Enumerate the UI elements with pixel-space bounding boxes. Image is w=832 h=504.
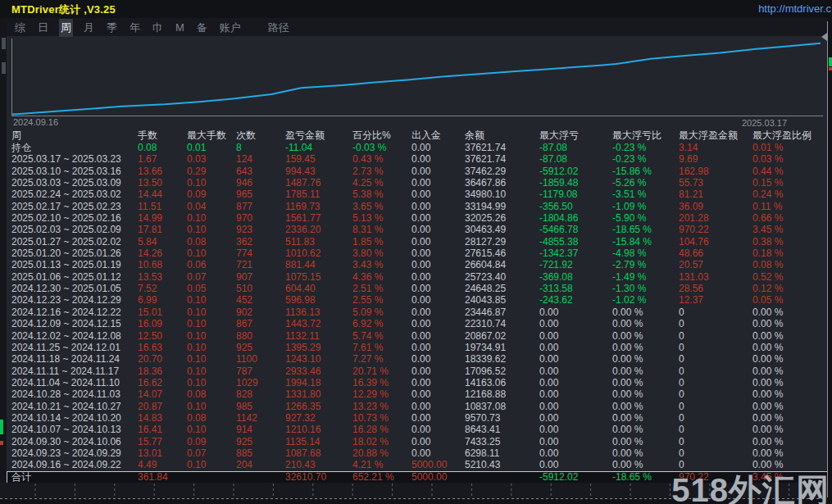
menu-item-6[interactable]: 年 — [130, 19, 140, 37]
period-label: 2024.09.16 ~ 2024.09.22 — [11, 459, 138, 470]
table-cell: 4.49 — [138, 459, 187, 470]
table-cell: 16.39 % — [352, 377, 411, 388]
table-cell: 1010.62 — [285, 247, 352, 259]
scroll-arrow-icon[interactable] — [821, 33, 827, 41]
panel-right-border — [827, 21, 828, 497]
menu-item-5[interactable]: 季 — [107, 19, 117, 37]
menu-item-1[interactable]: 综 — [15, 19, 25, 37]
table-row: 2025.01.06 ~ 2025.01.1213.530.079071075.… — [7, 271, 828, 283]
period-label: 2024.09.23 ~ 2024.09.29 — [11, 447, 138, 459]
table-cell: 2336.20 — [285, 224, 352, 235]
table-cell: 907 — [236, 271, 285, 283]
table-cell: 0.00 — [411, 201, 465, 212]
table-cell: 0.00 % — [612, 412, 679, 424]
table-cell: 1994.18 — [285, 377, 352, 388]
table-cell: 0.10 — [187, 401, 236, 412]
app-url-link[interactable]: http://mtdriver.c — [758, 2, 831, 15]
table-cell: 19734.91 — [465, 342, 539, 353]
table-cell: -1.02 % — [612, 294, 679, 306]
table-cell: 20.71 % — [352, 366, 411, 377]
table-cell: 1132.11 — [285, 330, 352, 342]
table-cell: 362 — [236, 236, 285, 247]
table-cell: -2.79 % — [612, 259, 679, 270]
table-cell: 0.00 % — [612, 401, 679, 412]
table-row: 2025.03.03 ~ 2025.03.0913.500.109461487.… — [7, 177, 828, 188]
table-cell: 0 — [679, 388, 752, 400]
table-cell: 7.52 — [138, 283, 187, 294]
table-cell: 511.83 — [285, 236, 352, 247]
period-label: 2025.02.03 ~ 2025.02.09 — [11, 224, 138, 235]
table-cell: 20.57 — [679, 259, 752, 270]
period-label: 2025.03.17 ~ 2025.03.23 — [11, 153, 138, 165]
menu-item-10[interactable]: 账户 — [220, 19, 241, 37]
table-cell: 104.76 — [679, 236, 752, 247]
column-header: 次数 — [236, 129, 285, 142]
table-cell: 0.00 — [539, 318, 612, 329]
table-cell: 0.00 — [411, 153, 465, 165]
table-row: 2024.10.07 ~ 2024.10.1316.410.109141210.… — [7, 424, 828, 435]
table-cell: 37621.74 — [465, 142, 539, 153]
table-cell: 17096.52 — [465, 366, 539, 377]
table-cell: 0.00 — [411, 271, 465, 283]
menu-item-9[interactable]: 备 — [197, 19, 207, 37]
table-cell: 0.04 — [187, 201, 236, 212]
table-cell: 124 — [236, 153, 285, 165]
table-row: 2024.11.25 ~ 2024.12.0116.630.109251395.… — [7, 342, 828, 353]
column-header: 最大手数 — [187, 129, 236, 142]
menu-item-3[interactable]: 周 — [59, 19, 73, 37]
table-cell: 0.10 — [187, 366, 236, 377]
table-row: 2024.12.30 ~ 2025.01.057.520.05510604.40… — [7, 283, 828, 294]
menu-item-11[interactable]: 路径 — [268, 19, 289, 37]
table-cell: 0.00 — [411, 294, 465, 306]
table-cell: 0 — [679, 342, 752, 353]
table-cell: 0.03 — [187, 153, 236, 165]
table-cell: 1029 — [236, 377, 285, 388]
table-cell: 6.92 % — [352, 318, 411, 329]
app-title: MTDriver统计 ,V3.25 — [11, 2, 116, 17]
table-cell: 10837.08 — [465, 401, 539, 412]
table-cell: 0 — [679, 424, 752, 435]
table-row: 2025.02.24 ~ 2025.03.0214.440.099651785.… — [7, 188, 828, 200]
table-cell: 721 — [236, 259, 285, 270]
table-cell: 25723.40 — [465, 271, 539, 283]
table-cell: 0.00 — [411, 388, 465, 400]
column-header: 周 — [11, 129, 138, 142]
table-cell: 0.00 — [539, 366, 612, 377]
table-cell: 0.00 — [411, 142, 465, 153]
table-cell: 6.99 — [138, 294, 187, 306]
table-cell: 0.00 — [411, 306, 465, 318]
table-row: 2025.02.17 ~ 2025.02.2311.510.048771169.… — [7, 201, 828, 212]
table-cell: 1266.35 — [285, 401, 352, 412]
table-cell: 946 — [236, 177, 285, 188]
scroll-marker-red — [0, 441, 3, 445]
scrollbar-mark — [2, 38, 6, 49]
right-scrollbar[interactable] — [828, 18, 832, 504]
table-cell: 787 — [236, 366, 285, 377]
table-cell: 0.00 % — [612, 342, 679, 353]
period-label: 2024.09.30 ~ 2024.10.06 — [11, 436, 138, 447]
scroll-marker-red — [829, 67, 832, 70]
menu-item-8[interactable]: M — [175, 19, 184, 37]
table-cell: 0.00 % — [752, 306, 821, 318]
column-header: 手数 — [138, 129, 187, 142]
table-row: 2024.11.18 ~ 2024.11.2420.700.1011001243… — [7, 353, 828, 365]
scroll-marker-green — [0, 420, 3, 434]
menu-item-2[interactable]: 日 — [38, 19, 48, 37]
table-cell: 828 — [236, 388, 285, 400]
table-cell: 0.10 — [187, 342, 236, 353]
table-cell: 16.41 — [138, 424, 187, 435]
menu-item-7[interactable]: 巾 — [152, 19, 163, 37]
table-cell: 0.00 — [539, 401, 612, 412]
table-cell: 23446.87 — [465, 306, 539, 318]
table-cell: 0.10 — [187, 212, 236, 224]
table-cell: 0.09 — [187, 188, 236, 200]
table-cell: 0.00 — [539, 424, 612, 435]
menu-item-4[interactable]: 月 — [84, 19, 94, 37]
left-scrollbar[interactable] — [0, 18, 7, 504]
table-cell: 604.40 — [285, 283, 352, 294]
table-cell: -18.65 % — [612, 472, 679, 483]
table-cell: 0.10 — [187, 330, 236, 342]
table-row: 2024.12.09 ~ 2024.12.1516.090.108671443.… — [7, 318, 828, 329]
table-cell: 3.14 — [679, 142, 752, 153]
table-cell: 162.98 — [679, 166, 752, 177]
